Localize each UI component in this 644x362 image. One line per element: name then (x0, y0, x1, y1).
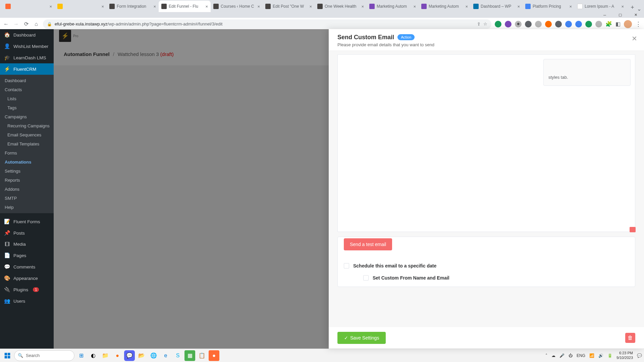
taskbar-app-icon[interactable]: 📁 (100, 350, 111, 361)
close-tab-icon[interactable]: × (361, 4, 364, 9)
tray-chevron-icon[interactable]: ˄ (545, 353, 547, 358)
system-clock[interactable]: 6:23 PM 9/10/2023 (616, 351, 633, 360)
sidebar-item-pages[interactable]: 📄Pages (0, 250, 54, 261)
extension-icon[interactable] (535, 21, 542, 27)
taskbar-app-icon[interactable]: S (172, 350, 183, 361)
sidebar-item-users[interactable]: 👥Users (0, 295, 54, 307)
forward-button[interactable]: → (13, 21, 19, 27)
sidebar-subitem-recurring-campaigns[interactable]: Recurring Campaigns (0, 121, 54, 130)
extension-icon[interactable] (575, 21, 582, 27)
chrome-menu-icon[interactable]: ⋮ (635, 20, 641, 28)
volume-icon[interactable]: 🔊 (598, 353, 603, 358)
sidebar-subitem-campaigns[interactable]: Campaigns (0, 112, 54, 121)
notifications-icon[interactable]: 💬 (637, 353, 642, 358)
sidebar-subitem-automations[interactable]: Automations (0, 158, 54, 167)
browser-tab[interactable]: Lorem Ipsum - A× (575, 1, 627, 12)
resize-handle-icon[interactable] (630, 227, 636, 232)
browser-tab[interactable]: × (3, 1, 55, 12)
send-test-email-button[interactable]: Send a test email (344, 238, 392, 250)
start-button[interactable] (2, 350, 13, 361)
browser-tab[interactable]: Edit Post "One W× (263, 1, 315, 12)
sidepanel-icon[interactable]: ◧ (615, 21, 621, 27)
close-tab-icon[interactable]: × (517, 4, 520, 9)
sidebar-item-comments[interactable]: 💬Comments (0, 261, 54, 273)
taskbar-app-icon[interactable]: 📂 (136, 350, 147, 361)
delete-button[interactable]: 🗑 (625, 333, 635, 343)
close-tab-icon[interactable]: × (101, 4, 104, 9)
battery-icon[interactable]: 🔋 (607, 353, 612, 358)
sidebar-subitem-addons[interactable]: Addons (0, 185, 54, 194)
taskbar-app-icon[interactable]: ▦ (184, 350, 195, 361)
extension-icon[interactable] (555, 21, 562, 27)
taskbar-app-icon[interactable]: ● (209, 350, 219, 361)
extension-icon[interactable] (495, 21, 501, 27)
extension-icon[interactable] (585, 21, 592, 27)
task-view-icon[interactable]: ⊞ (76, 350, 87, 361)
sidebar-subitem-email-sequences[interactable]: Email Sequences (0, 130, 54, 139)
close-tab-icon[interactable]: × (205, 4, 208, 9)
save-settings-button[interactable]: ✓ Save Settings (337, 332, 386, 344)
bookmark-icon[interactable]: ☆ (483, 21, 487, 26)
sidebar-item-media[interactable]: 🎞Media (0, 239, 54, 250)
close-tab-icon[interactable]: × (465, 4, 468, 9)
sidebar-item-wishlist-member[interactable]: 👤WishList Member (0, 41, 54, 52)
schedule-checkbox-row[interactable]: Schedule this email to a specific date (344, 263, 629, 268)
browser-tab[interactable]: Platform Pricing× (523, 1, 575, 12)
taskbar-app-icon[interactable]: 💬 (124, 350, 135, 361)
sidebar-item-plugins[interactable]: 🔌Plugins1 (0, 284, 54, 295)
sidebar-subitem-dashboard[interactable]: Dashboard (0, 76, 54, 85)
browser-tab[interactable]: Dashboard – WP× (471, 1, 523, 12)
tray-icon[interactable]: ⏻ (569, 353, 573, 358)
browser-tab[interactable]: Marketing Autom× (367, 1, 419, 12)
sidebar-subitem-help[interactable]: Help (0, 203, 54, 212)
browser-tab[interactable]: Form Integration× (107, 1, 159, 12)
extension-icon[interactable] (595, 21, 602, 27)
extension-icon[interactable] (545, 21, 552, 27)
home-button[interactable]: ⌂ (33, 21, 40, 27)
taskbar-app-icon[interactable]: 🌐 (148, 350, 159, 361)
wifi-icon[interactable]: 📶 (589, 353, 594, 358)
language-indicator[interactable]: ENG (577, 353, 585, 358)
close-window-button[interactable]: ✕ (628, 12, 643, 18)
checkbox-icon[interactable] (363, 275, 369, 281)
maximize-button[interactable]: ▢ (612, 12, 628, 18)
tray-icon[interactable]: ☁ (551, 353, 555, 358)
new-tab-button[interactable]: + (628, 3, 637, 12)
extension-icon[interactable] (525, 21, 532, 27)
taskbar-app-icon[interactable]: ● (112, 350, 123, 361)
sidebar-subitem-lists[interactable]: Lists (0, 94, 54, 103)
sidebar-subitem-tags[interactable]: Tags (0, 103, 54, 112)
sidebar-item-learndash-lms[interactable]: 🎓LearnDash LMS (0, 52, 54, 63)
taskbar-app-icon[interactable]: ◐ (88, 350, 99, 361)
tray-icon[interactable]: 🎤 (559, 353, 565, 358)
close-tab-icon[interactable]: × (257, 4, 260, 9)
back-button[interactable]: ← (3, 21, 9, 27)
tab-dropdown-icon[interactable]: ⌄ (637, 6, 641, 12)
close-icon[interactable]: ✕ (632, 35, 637, 43)
profile-avatar[interactable] (624, 20, 632, 28)
minimize-button[interactable]: ─ (597, 12, 612, 18)
sidebar-subitem-smtp[interactable]: SMTP (0, 194, 54, 203)
custom-from-checkbox-row[interactable]: Set Custom From Name and Email (344, 275, 629, 281)
taskbar-search[interactable]: 🔍 Search (14, 350, 74, 361)
sidebar-subitem-email-templates[interactable]: Email Templates (0, 139, 54, 148)
sidebar-subitem-contacts[interactable]: Contacts (0, 85, 54, 94)
address-bar[interactable]: 🔒 eful-grebe-xula.instawp.xyz/wp-admin/a… (43, 19, 491, 29)
sidebar-item-posts[interactable]: 📌Posts (0, 227, 54, 239)
extension-icon[interactable] (505, 21, 512, 27)
close-tab-icon[interactable]: × (413, 4, 416, 9)
sidebar-subitem-settings[interactable]: Settings (0, 167, 54, 176)
extension-icon[interactable]: ✻ (515, 21, 522, 27)
browser-tab[interactable]: × (55, 1, 107, 12)
extension-icon[interactable] (565, 21, 572, 27)
checkbox-icon[interactable] (344, 263, 349, 268)
sidebar-subitem-reports[interactable]: Reports (0, 176, 54, 185)
sidebar-item-fluentcrm[interactable]: ⚡FluentCRM (0, 63, 54, 75)
browser-tab[interactable]: Courses ‹ Home C× (211, 1, 263, 12)
close-tab-icon[interactable]: × (153, 4, 156, 9)
browser-tab[interactable]: Edit Funnel - Flu× (159, 1, 211, 12)
share-icon[interactable]: ⇪ (477, 21, 481, 26)
sidebar-subitem-forms[interactable]: Forms (0, 148, 54, 158)
browser-tab[interactable]: Marketing Autom× (419, 1, 471, 12)
close-tab-icon[interactable]: × (569, 4, 572, 9)
